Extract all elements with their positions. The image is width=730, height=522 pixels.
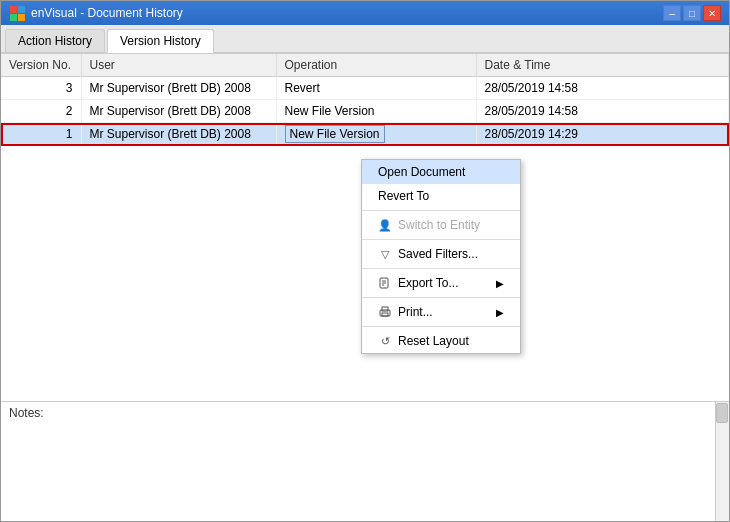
cell-version: 1 — [1, 123, 81, 146]
cell-user: Mr Supervisor (Brett DB) 2008 — [81, 77, 276, 100]
cell-datetime: 28/05/2019 14:58 — [476, 100, 729, 123]
table-header-row: Version No. User Operation Date & Time — [1, 54, 729, 77]
context-menu-item-reset-layout[interactable]: ↺ Reset Layout — [362, 329, 520, 353]
cell-operation: Revert — [276, 77, 476, 100]
saved-filters-label: Saved Filters... — [398, 247, 478, 261]
scrollbar-thumb[interactable] — [716, 403, 728, 423]
cell-operation: New File Version — [276, 100, 476, 123]
cell-operation: New File Version — [276, 123, 476, 146]
context-menu-separator-3 — [362, 268, 520, 269]
title-bar-left: enVisual - Document History — [9, 5, 183, 21]
cell-user: Mr Supervisor (Brett DB) 2008 — [81, 100, 276, 123]
print-icon — [378, 305, 392, 319]
context-menu-item-export-to[interactable]: Export To... ▶ — [362, 271, 520, 295]
table-row[interactable]: 3 Mr Supervisor (Brett DB) 2008 Revert 2… — [1, 77, 729, 100]
print-submenu-arrow: ▶ — [496, 307, 504, 318]
minimize-button[interactable]: – — [663, 5, 681, 21]
export-icon — [378, 276, 392, 290]
svg-rect-6 — [382, 313, 388, 316]
icon-q1 — [10, 6, 17, 13]
app-icon — [9, 5, 25, 21]
reset-icon: ↺ — [378, 334, 392, 348]
cell-version: 3 — [1, 77, 81, 100]
cell-datetime: 28/05/2019 14:29 — [476, 123, 729, 146]
scrollbar[interactable] — [715, 402, 729, 521]
col-version: Version No. — [1, 54, 81, 77]
context-menu-item-open-document[interactable]: Open Document — [362, 160, 520, 184]
table-row[interactable]: 2 Mr Supervisor (Brett DB) 2008 New File… — [1, 100, 729, 123]
context-menu-item-switch-entity[interactable]: 👤 Switch to Entity — [362, 213, 520, 237]
reset-layout-label: Reset Layout — [398, 334, 469, 348]
cell-version: 2 — [1, 100, 81, 123]
export-to-label: Export To... — [398, 276, 458, 290]
open-document-label: Open Document — [378, 165, 465, 179]
window-controls: – □ ✕ — [663, 5, 721, 21]
context-menu-item-revert-to[interactable]: Revert To — [362, 184, 520, 208]
maximize-button[interactable]: □ — [683, 5, 701, 21]
table-area: Version No. User Operation Date & Time 3… — [1, 53, 729, 401]
revert-to-label: Revert To — [378, 189, 429, 203]
tabs-bar: Action History Version History — [1, 25, 729, 53]
table-row-selected[interactable]: 1 Mr Supervisor (Brett DB) 2008 New File… — [1, 123, 729, 146]
col-operation: Operation — [276, 54, 476, 77]
tab-version-history[interactable]: Version History — [107, 29, 214, 53]
notes-label: Notes: — [9, 406, 721, 420]
notes-section: Notes: — [1, 401, 729, 521]
cell-user: Mr Supervisor (Brett DB) 2008 — [81, 123, 276, 146]
context-menu-separator-2 — [362, 239, 520, 240]
col-datetime: Date & Time — [476, 54, 729, 77]
tab-action-history[interactable]: Action History — [5, 29, 105, 52]
title-bar: enVisual - Document History – □ ✕ — [1, 1, 729, 25]
icon-q4 — [18, 14, 25, 21]
context-menu-separator-1 — [362, 210, 520, 211]
col-user: User — [81, 54, 276, 77]
print-label: Print... — [398, 305, 433, 319]
context-menu-separator-4 — [362, 297, 520, 298]
export-submenu-arrow: ▶ — [496, 278, 504, 289]
context-menu-separator-5 — [362, 326, 520, 327]
window-title: enVisual - Document History — [31, 6, 183, 20]
main-window: enVisual - Document History – □ ✕ Action… — [0, 0, 730, 522]
switch-entity-icon: 👤 — [378, 218, 392, 232]
notes-textarea[interactable] — [9, 422, 721, 512]
context-menu: Open Document Revert To 👤 Switch to Enti… — [361, 159, 521, 354]
context-menu-item-print[interactable]: Print... ▶ — [362, 300, 520, 324]
history-table: Version No. User Operation Date & Time 3… — [1, 54, 729, 146]
icon-q3 — [10, 14, 17, 21]
context-menu-item-saved-filters[interactable]: ▽ Saved Filters... — [362, 242, 520, 266]
close-button[interactable]: ✕ — [703, 5, 721, 21]
icon-q2 — [18, 6, 25, 13]
cell-datetime: 28/05/2019 14:58 — [476, 77, 729, 100]
filter-icon: ▽ — [378, 247, 392, 261]
switch-entity-label: Switch to Entity — [398, 218, 480, 232]
